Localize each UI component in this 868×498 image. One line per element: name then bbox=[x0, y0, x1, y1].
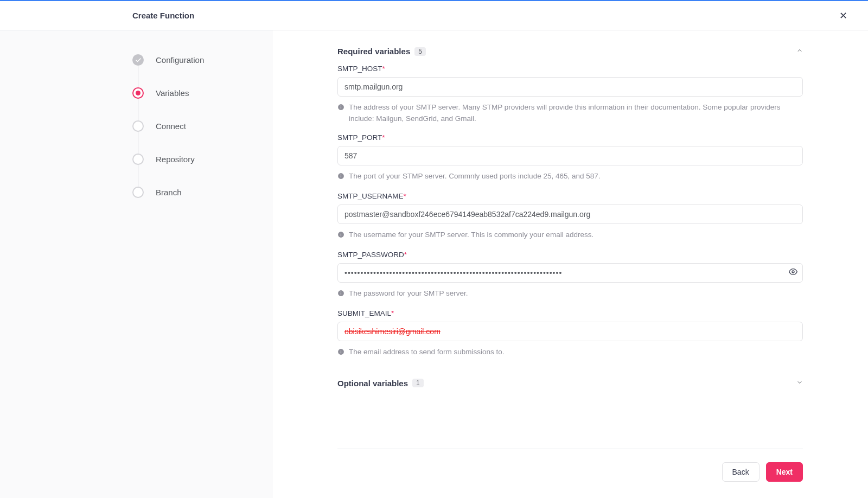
step-label: Repository bbox=[156, 155, 195, 164]
field-label-text: SMTP_PORT bbox=[337, 133, 382, 142]
submit-email-input[interactable]: obisikeshimesiri@gmail.com bbox=[337, 322, 803, 341]
close-icon: ✕ bbox=[839, 10, 847, 22]
field-label-text: SMTP_USERNAME bbox=[337, 192, 404, 200]
redacted-email-value: obisikeshimesiri@gmail.com bbox=[344, 327, 441, 336]
svg-rect-5 bbox=[341, 174, 341, 175]
main-content: Required variables 5 SMTP_HOST* bbox=[272, 30, 868, 498]
optional-count-badge: 1 bbox=[412, 379, 424, 387]
eye-icon bbox=[789, 267, 797, 276]
step-upcoming-icon bbox=[132, 120, 144, 132]
required-count-badge: 5 bbox=[414, 47, 426, 56]
required-asterisk: * bbox=[404, 192, 406, 200]
info-icon bbox=[337, 348, 344, 359]
step-upcoming-icon bbox=[132, 154, 144, 165]
chevron-up-icon bbox=[796, 47, 803, 55]
svg-rect-7 bbox=[341, 234, 341, 236]
field-label-text: SMTP_HOST bbox=[337, 65, 382, 73]
required-variables-toggle[interactable]: Required variables 5 bbox=[337, 47, 803, 56]
helper-text: The port of your STMP server. Commnly us… bbox=[349, 171, 601, 183]
helper-text: The email address to send form submissio… bbox=[349, 347, 505, 359]
field-label-text: SUBMIT_EMAIL bbox=[337, 309, 391, 317]
svg-rect-1 bbox=[341, 106, 341, 108]
section-title-text: Required variables bbox=[337, 47, 410, 56]
step-label: Configuration bbox=[156, 55, 204, 65]
step-repository[interactable]: Repository bbox=[132, 154, 272, 165]
smtp-password-input[interactable] bbox=[337, 263, 803, 283]
field-label-text: SMTP_PASSWORD bbox=[337, 251, 404, 259]
step-connector bbox=[138, 99, 138, 120]
helper-text: The address of your SMTP server. Many ST… bbox=[349, 102, 803, 125]
svg-point-9 bbox=[792, 271, 794, 273]
smtp-port-input[interactable] bbox=[337, 146, 803, 165]
info-icon bbox=[337, 103, 344, 125]
step-connector bbox=[138, 132, 138, 154]
svg-rect-4 bbox=[341, 175, 341, 177]
optional-variables-toggle[interactable]: Optional variables 1 bbox=[337, 379, 803, 388]
svg-rect-11 bbox=[341, 292, 341, 295]
section-title-text: Optional variables bbox=[337, 379, 408, 388]
step-completed-icon bbox=[132, 54, 144, 66]
required-asterisk: * bbox=[391, 309, 394, 317]
svg-rect-8 bbox=[341, 233, 341, 233]
step-connect[interactable]: Connect bbox=[132, 120, 272, 132]
smtp-host-input[interactable] bbox=[337, 77, 803, 97]
step-configuration[interactable]: Configuration bbox=[132, 54, 272, 66]
next-button[interactable]: Next bbox=[766, 462, 803, 482]
step-upcoming-icon bbox=[132, 187, 144, 198]
field-smtp-host: SMTP_HOST* The address of your SMTP serv… bbox=[337, 65, 803, 125]
info-icon bbox=[337, 289, 344, 301]
field-smtp-password: SMTP_PASSWORD* The password for your SMT… bbox=[337, 251, 803, 301]
wizard-footer: Back Next bbox=[337, 449, 803, 482]
modal-header: Create Function ✕ bbox=[0, 1, 868, 30]
helper-text: The password for your SMTP server. bbox=[349, 288, 468, 301]
required-asterisk: * bbox=[404, 251, 407, 259]
step-active-icon bbox=[132, 87, 144, 99]
required-asterisk: * bbox=[382, 133, 385, 142]
svg-rect-15 bbox=[341, 350, 341, 350]
info-icon bbox=[337, 231, 344, 242]
required-asterisk: * bbox=[382, 65, 385, 73]
step-sidebar: Configuration Variables Connect bbox=[0, 30, 272, 498]
smtp-username-input[interactable] bbox=[337, 205, 803, 224]
helper-text: The username for your SMTP server. This … bbox=[349, 229, 593, 242]
svg-rect-2 bbox=[341, 105, 341, 106]
step-branch[interactable]: Branch bbox=[132, 187, 272, 198]
svg-rect-12 bbox=[341, 291, 341, 292]
chevron-down-icon bbox=[796, 379, 803, 387]
field-smtp-port: SMTP_PORT* The port of your STMP server.… bbox=[337, 133, 803, 183]
field-smtp-username: SMTP_USERNAME* The username for your SMT… bbox=[337, 192, 803, 242]
back-button[interactable]: Back bbox=[722, 462, 760, 482]
field-submit-email: SUBMIT_EMAIL* obisikeshimesiri@gmail.com… bbox=[337, 309, 803, 359]
toggle-password-visibility[interactable] bbox=[789, 267, 797, 278]
close-button[interactable]: ✕ bbox=[835, 8, 851, 23]
step-variables[interactable]: Variables bbox=[132, 87, 272, 99]
step-connector bbox=[138, 66, 138, 87]
step-label: Branch bbox=[156, 188, 182, 197]
page-title: Create Function bbox=[132, 11, 194, 20]
step-label: Connect bbox=[156, 122, 186, 131]
svg-rect-14 bbox=[341, 351, 341, 353]
info-icon bbox=[337, 172, 344, 183]
step-connector bbox=[138, 165, 138, 187]
step-label: Variables bbox=[156, 88, 189, 98]
